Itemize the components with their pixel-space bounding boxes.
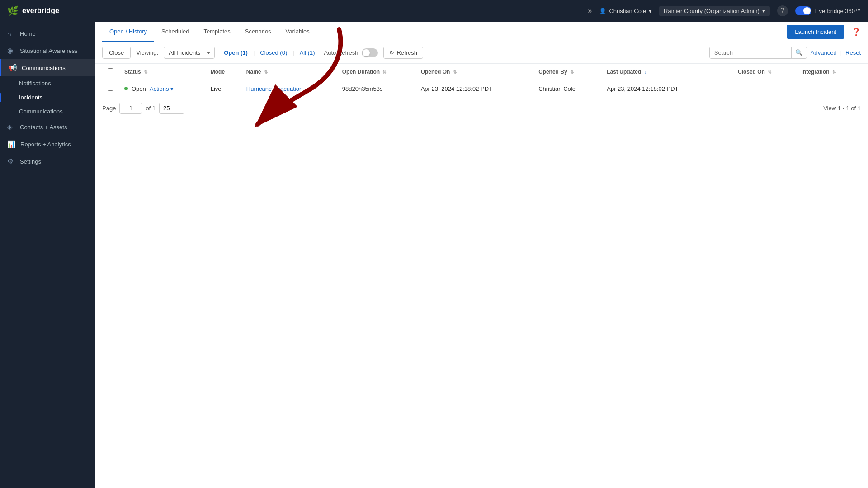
viewing-label: Viewing: (136, 49, 158, 56)
sort-icon: ⇅ (144, 70, 147, 75)
col-opened-on[interactable]: Opened On ⇅ (415, 64, 533, 80)
top-nav: 🌿 everbridge » 👤 Christian Cole ▾ Rainie… (0, 0, 868, 22)
col-status[interactable]: Status ⇅ (119, 64, 205, 80)
page-label: Page (102, 105, 116, 112)
sidebar-sub-item-communications[interactable]: Communications (0, 104, 95, 118)
select-all-checkbox-cell (102, 64, 119, 80)
last-updated-cell: Apr 23, 2024 12:18:02 PDT — (601, 80, 732, 97)
filter-open[interactable]: Open (1) (220, 47, 251, 58)
tab-scheduled[interactable]: Scheduled (154, 22, 196, 42)
sidebar-item-label: Settings (20, 158, 41, 165)
advanced-link[interactable]: Advanced (811, 49, 837, 56)
viewing-select[interactable]: All Incidents My Incidents (164, 47, 215, 59)
status-cell: Open Actions ▾ (119, 80, 205, 97)
org-name: Rainier County (Organization Admin) (664, 8, 760, 14)
search-button[interactable]: 🔍 (791, 47, 807, 58)
reports-icon: 📊 (7, 140, 16, 148)
status-text: Open (132, 85, 146, 92)
top-nav-left: 🌿 everbridge (7, 5, 59, 16)
logo-text: everbridge (22, 7, 59, 15)
tab-help-icon[interactable]: ❓ (852, 28, 861, 36)
row-checkbox-cell (102, 80, 119, 97)
auto-refresh-label: Auto Refresh (324, 49, 359, 56)
launch-incident-button[interactable]: Launch Incident (787, 25, 844, 39)
tab-templates[interactable]: Templates (197, 22, 238, 42)
col-closed-on[interactable]: Closed On ⇅ (732, 64, 796, 80)
sidebar-item-contacts-assets[interactable]: ◈ Contacts + Assets (0, 118, 95, 136)
col-name[interactable]: Name ⇅ (241, 64, 337, 80)
of-label: of 1 (146, 105, 156, 112)
search-input[interactable] (710, 47, 791, 58)
sidebar-item-settings[interactable]: ⚙ Settings (0, 153, 95, 170)
reset-link[interactable]: Reset (845, 49, 861, 56)
col-integration[interactable]: Integration ⇅ (796, 64, 861, 80)
tab-variables[interactable]: Variables (278, 22, 317, 42)
closed-on-cell (732, 80, 796, 97)
refresh-button[interactable]: ↻ Refresh (383, 47, 423, 59)
col-mode[interactable]: Mode (205, 64, 241, 80)
close-button[interactable]: Close (102, 47, 131, 59)
sidebar-item-home[interactable]: ⌂ Home (0, 25, 95, 42)
main-content: Open / History Scheduled Templates Scena… (95, 22, 868, 488)
sidebar-item-communications[interactable]: 📢 Communications (0, 59, 95, 76)
sort-icon: ⇅ (768, 70, 771, 75)
tabs-bar: Open / History Scheduled Templates Scena… (95, 22, 868, 42)
sidebar-item-reports-analytics[interactable]: 📊 Reports + Analytics (0, 136, 95, 153)
situational-awareness-icon: ◉ (7, 47, 15, 55)
360-toggle-knob (803, 7, 811, 14)
col-last-updated[interactable]: Last Updated ↓ (601, 64, 732, 80)
col-opened-by[interactable]: Opened By ⇅ (533, 64, 601, 80)
tab-open-history[interactable]: Open / History (102, 22, 154, 42)
org-menu[interactable]: Rainier County (Organization Admin) ▾ (659, 6, 770, 16)
sidebar-sub-item-notifications[interactable]: Notifications (0, 76, 95, 90)
toolbar-right: 🔍 Advanced | Reset (709, 47, 861, 59)
360-toggle-switch[interactable] (795, 6, 811, 15)
sort-icon: ⇅ (570, 70, 574, 75)
filter-all[interactable]: All (1) (296, 47, 319, 58)
sort-icon-active: ↓ (644, 70, 646, 75)
actions-dropdown-button[interactable]: Actions ▾ (150, 85, 174, 92)
tab-scenarios[interactable]: Scenarios (238, 22, 278, 42)
contacts-icon: ◈ (7, 123, 15, 131)
sidebar-sub-item-incidents[interactable]: Incidents (0, 90, 95, 104)
sidebar: ⌂ Home ◉ Situational Awareness 📢 Communi… (0, 22, 95, 488)
col-open-duration[interactable]: Open Duration ⇅ (337, 64, 415, 80)
active-indicator (0, 93, 1, 102)
sidebar-item-label: Contacts + Assets (20, 124, 67, 131)
sidebar-item-label: Communications (22, 65, 66, 71)
user-chevron: ▾ (649, 8, 652, 14)
page-input[interactable] (119, 103, 142, 114)
communications-sub-label: Communications (19, 108, 63, 115)
opened-by-cell: Christian Cole (533, 80, 601, 97)
filter-closed[interactable]: Closed (0) (256, 47, 291, 58)
refresh-icon: ↻ (389, 49, 394, 56)
sidebar-item-situational-awareness[interactable]: ◉ Situational Awareness (0, 42, 95, 59)
home-icon: ⌂ (7, 30, 15, 38)
nav-expand-icon[interactable]: » (588, 7, 592, 15)
select-all-checkbox[interactable] (108, 68, 113, 74)
sidebar-item-label: Reports + Analytics (20, 141, 71, 148)
open-duration-cell: 98d20h35m53s (337, 80, 415, 97)
incident-name-link[interactable]: Hurricane Evacuation (246, 85, 302, 92)
sidebar-item-label: Situational Awareness (20, 47, 78, 54)
row-checkbox[interactable] (108, 85, 113, 91)
everbridge-360-toggle: Everbridge 360™ (795, 6, 861, 15)
pagination-left: Page of 1 25 10 50 100 (102, 103, 184, 114)
incidents-label: Incidents (19, 94, 42, 101)
notifications-label: Notifications (19, 80, 51, 87)
org-chevron: ▾ (762, 8, 765, 14)
sort-icon: ⇅ (832, 70, 836, 75)
sort-icon: ⇅ (382, 70, 386, 75)
user-menu[interactable]: 👤 Christian Cole ▾ (599, 8, 652, 14)
auto-refresh-knob (363, 49, 370, 56)
toolbar: Close Viewing: All Incidents My Incident… (95, 42, 868, 64)
sort-icon: ⇅ (453, 70, 457, 75)
per-page-select[interactable]: 25 10 50 100 (159, 103, 184, 114)
logo-icon: 🌿 (7, 5, 19, 16)
auto-refresh-area: Auto Refresh (324, 48, 378, 57)
auto-refresh-toggle[interactable] (362, 48, 378, 57)
help-icon[interactable]: ? (777, 5, 788, 16)
mode-cell: Live (205, 80, 241, 97)
tabs-left: Open / History Scheduled Templates Scena… (102, 22, 317, 42)
logo-area: 🌿 everbridge (7, 5, 59, 16)
